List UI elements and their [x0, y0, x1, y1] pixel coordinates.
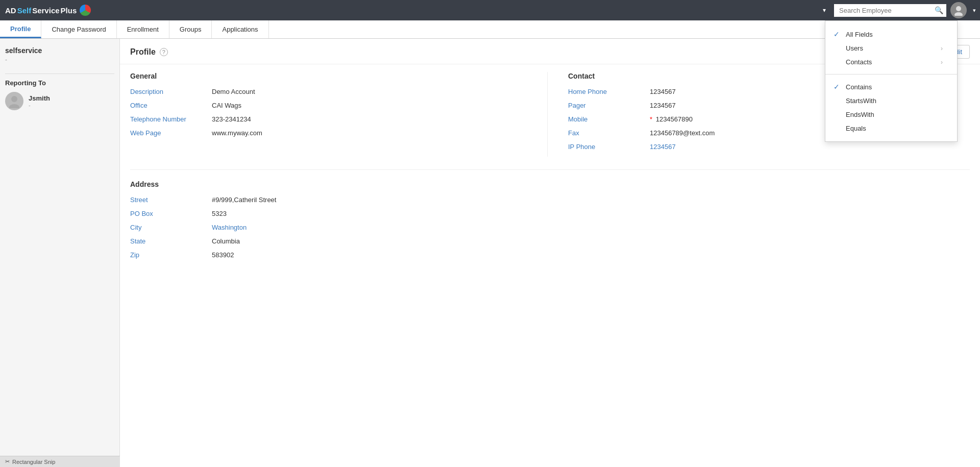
app-logo: ADSelfService Plus: [5, 5, 91, 16]
field-label: Description: [130, 88, 212, 95]
address-fields: Street#9/999,Catheril StreetPO Box5323Ci…: [130, 196, 970, 259]
general-fields: DescriptionDemo AccountOfficeCAI WagsTel…: [130, 88, 532, 137]
dropdown-separator: [825, 74, 957, 75]
field-row: DescriptionDemo Account: [130, 88, 532, 95]
dropdown-item-label: Contacts: [846, 58, 872, 66]
snip-label: Rectangular Snip: [12, 459, 55, 465]
field-label: Telephone Number: [130, 115, 212, 123]
check-icon: ✓: [834, 83, 842, 91]
tab-enrollment[interactable]: Enrollment: [117, 20, 169, 38]
logo-self: Self: [17, 6, 32, 15]
field-label: Home Phone: [568, 88, 650, 95]
logo-plus: Plus: [61, 6, 77, 15]
help-icon[interactable]: ?: [160, 48, 168, 56]
field-value: Washington: [212, 224, 247, 231]
section-divider: [130, 169, 970, 170]
field-value: #9/999,Catheril Street: [212, 196, 276, 204]
field-value: 1234567: [650, 102, 676, 109]
tab-groups[interactable]: Groups: [169, 20, 212, 38]
field-value: 323-2341234: [212, 115, 251, 123]
reporting-sub: -: [29, 102, 50, 108]
svg-point-0: [956, 6, 961, 11]
field-value: 583902: [212, 251, 234, 259]
svg-point-2: [11, 96, 17, 102]
field-label: PO Box: [130, 210, 212, 217]
search-input[interactable]: [834, 4, 946, 17]
field-label: Mobile: [568, 115, 650, 123]
field-value: www.myway.com: [212, 129, 262, 137]
chevron-right-icon: ›: [941, 59, 949, 66]
field-label: Pager: [568, 102, 650, 109]
dropdown-field-item[interactable]: ✓All Fields: [825, 27, 957, 41]
tab-applications[interactable]: Applications: [212, 20, 268, 38]
field-row: Street#9/999,Catheril Street: [130, 196, 970, 204]
required-dot: *: [650, 115, 654, 123]
reporting-name: Jsmith: [29, 94, 50, 102]
top-nav: ADSelfService Plus ▾ 🔍 ▾: [0, 0, 980, 20]
logo-icon: [80, 5, 91, 16]
field-label: Web Page: [130, 129, 212, 137]
field-row: StateColumbia: [130, 237, 970, 245]
reporting-to-label: Reporting To: [5, 79, 114, 87]
field-value: CAI Wags: [212, 102, 241, 109]
dropdown-filter-label: StartsWith: [846, 97, 876, 105]
reporting-person: Jsmith -: [5, 92, 114, 110]
field-value: 5323: [212, 210, 227, 217]
field-value: 1234567: [650, 143, 676, 151]
search-box-wrapper: 🔍: [834, 4, 946, 17]
dropdown-filter-item[interactable]: ✓Contains: [825, 80, 957, 94]
address-section: Address Street#9/999,Catheril StreetPO B…: [120, 175, 980, 275]
chevron-right-icon: ›: [941, 45, 949, 52]
field-row: Telephone Number323-2341234: [130, 115, 532, 123]
field-label: Zip: [130, 251, 212, 259]
dropdown-filter-label: Contains: [846, 83, 872, 91]
dropdown-filter-item[interactable]: StartsWith: [825, 94, 957, 108]
field-value: Demo Account: [212, 88, 255, 95]
dropdown-filter-item[interactable]: Equals: [825, 121, 957, 135]
dropdown-filter-item[interactable]: EndsWith: [825, 108, 957, 121]
snip-icon: ✂: [5, 458, 10, 465]
sidebar: selfservice - Reporting To Jsmith -: [0, 39, 120, 467]
dropdown-field-item[interactable]: Contacts›: [825, 55, 957, 69]
dropdown-filter-label: Equals: [846, 125, 866, 132]
address-title: Address: [130, 180, 970, 188]
sidebar-dash: -: [5, 56, 114, 63]
user-avatar-btn[interactable]: [950, 2, 967, 18]
field-row: Web Pagewww.myway.com: [130, 129, 532, 137]
field-value: 123456789@text.com: [650, 129, 715, 137]
reporting-avatar-icon: [7, 94, 21, 108]
tab-change-password[interactable]: Change Password: [41, 20, 116, 38]
dropdown-field-item[interactable]: Users›: [825, 41, 957, 55]
search-field-toggle[interactable]: ▾: [819, 7, 830, 14]
field-label: City: [130, 224, 212, 231]
dropdown-triangle: ▾: [823, 7, 826, 14]
search-icon-btn[interactable]: 🔍: [935, 6, 943, 14]
field-label: Street: [130, 196, 212, 204]
field-label: Office: [130, 102, 212, 109]
sidebar-divider-top: [5, 73, 114, 74]
logo-ad: AD: [5, 6, 16, 15]
field-row: Zip583902: [130, 251, 970, 259]
reporting-avatar: [5, 92, 23, 110]
tab-profile[interactable]: Profile: [0, 20, 41, 38]
nav-search-area: ▾ 🔍 ▾: [819, 2, 980, 18]
sidebar-resize-handle[interactable]: [117, 39, 119, 467]
field-label: IP Phone: [568, 143, 650, 151]
dropdown-filter-label: EndsWith: [846, 111, 874, 118]
dropdown-item-label: All Fields: [846, 31, 873, 38]
field-row: IP Phone1234567: [568, 143, 970, 151]
field-row: PO Box5323: [130, 210, 970, 217]
user-caret[interactable]: ▾: [973, 7, 976, 14]
field-label: Fax: [568, 129, 650, 137]
general-section: General DescriptionDemo AccountOfficeCAI…: [130, 72, 548, 157]
field-row: CityWashington: [130, 224, 970, 231]
field-label: State: [130, 237, 212, 245]
user-avatar-icon: [953, 5, 964, 16]
reporting-info: Jsmith -: [29, 94, 50, 108]
profile-title-row: Profile ?: [130, 47, 168, 57]
profile-title: Profile: [130, 47, 156, 57]
sidebar-username: selfservice: [5, 46, 114, 55]
general-title: General: [130, 72, 532, 80]
search-dropdown-panel: ✓All FieldsUsers›Contacts› ✓ContainsStar…: [825, 20, 958, 142]
check-icon: ✓: [834, 30, 842, 38]
